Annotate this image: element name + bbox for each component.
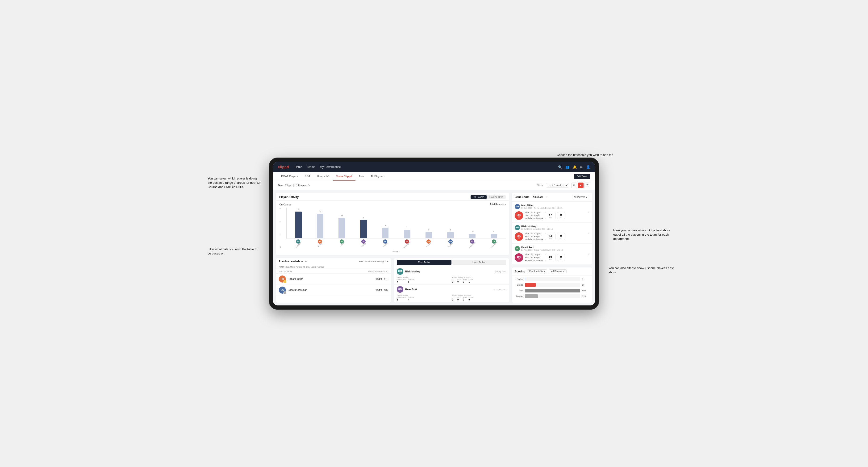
annotation-player-select: You can select which player is doing the… [208, 177, 262, 189]
lb-row[interactable]: EC 2 Edward Crossman 18/20 107 [276, 285, 391, 296]
shot-card-1[interactable]: MM Matt Miller 09 Jun 2023 · Royal North… [512, 201, 592, 223]
bar-chart: 1312109543322 [286, 208, 506, 239]
bar[interactable]: 9 [360, 220, 367, 238]
nav-home[interactable]: Home [294, 164, 302, 169]
top-nav: clippd Home Teams My Performance 🔍 👥 🔔 ⊕… [273, 162, 595, 172]
most-active-btn[interactable]: Most Active [397, 260, 452, 265]
user-icon[interactable]: 👤 [586, 165, 590, 169]
bar-group: 10 [331, 208, 352, 238]
chevron-down-icon: ▾ [546, 196, 548, 198]
chart-dropdown[interactable]: Total Rounds ▾ [490, 203, 506, 206]
rank-badge-1: 1 [283, 280, 286, 283]
tab-all-players[interactable]: All Players [367, 172, 386, 181]
plus-icon[interactable]: ⊕ [580, 165, 583, 169]
apc-header-2: RB Rees Britt 02 Sep 2023 [397, 286, 506, 293]
table-view-btn[interactable]: ☰ [585, 183, 590, 188]
shot-avatar-1: MM [515, 204, 520, 209]
shot-details-1: Shot Dist: 67 yds Start Lie: Rough End L… [525, 211, 543, 220]
x-label: BMB. McHarg [287, 239, 309, 246]
active-player-card-2: RB Rees Britt 02 Sep 2023 Total Rounds [394, 285, 509, 303]
shot-metrics-3: 16 yds 0 yds [545, 254, 565, 261]
most-active-panel: Most Active Least Active BM Blair McHarg [394, 258, 509, 303]
lb-col-headers: PLAYER NAME PB SCORE PB AVG SQ [276, 269, 391, 274]
practice-drills-btn[interactable]: Practice Drills [487, 195, 506, 199]
users-icon[interactable]: 👥 [565, 165, 569, 169]
bar[interactable]: 3 [447, 232, 454, 238]
shot-details-2: Shot Dist: 43 yds Start Lie: Rough End L… [525, 232, 543, 241]
nav-teams[interactable]: Teams [307, 164, 315, 169]
tablet-frame: clippd Home Teams My Performance 🔍 👥 🔔 ⊕… [269, 158, 599, 310]
chart-sub-header: On Course Total Rounds ▾ [279, 203, 506, 206]
sub-nav: PGAT Players PGA Hcaps 1-5 Team Clippd T… [273, 172, 595, 181]
apc-player-2: RB Rees Britt [397, 286, 417, 293]
x-label: RBR. Britt [309, 239, 331, 246]
bs-header: Best Shots All Shots ▾ All Players ▾ [512, 193, 592, 201]
bar[interactable]: 13 [295, 212, 302, 238]
nav-performance[interactable]: My Performance [320, 164, 341, 169]
bell-icon[interactable]: 🔔 [573, 165, 577, 169]
nav-links: Home Teams My Performance [294, 164, 552, 169]
score-row-pars: Pars 499 [515, 289, 589, 292]
eagles-bar [525, 277, 525, 281]
lb-row[interactable]: RB 1 Richard Butler 19/20 110 [276, 274, 391, 285]
shot-badge-2: 200 SG [515, 232, 523, 241]
bar-group: 9 [352, 208, 374, 238]
bar[interactable]: 4 [404, 230, 410, 238]
right-column: Best Shots All Shots ▾ All Players ▾ [512, 193, 592, 303]
panel-header: Player Activity On Course Practice Drill… [276, 193, 509, 201]
view-icons: ⊞ ♥ ☰ [571, 183, 590, 188]
rank-badge-2: 2 [283, 291, 286, 294]
bar-group: 5 [374, 208, 396, 238]
shot-card-2[interactable]: BM Blair McHarg 23 Jul 2023 · Ashridge G… [512, 223, 592, 244]
toggle-group: On Course Practice Drills [470, 195, 506, 199]
bar[interactable]: 2 [491, 234, 497, 238]
nav-icons: 🔍 👥 🔔 ⊕ 👤 [558, 165, 590, 169]
pars-bar-wrap [525, 289, 580, 292]
time-filter-select[interactable]: Last 3 months [546, 183, 569, 187]
on-course-btn[interactable]: On Course [470, 195, 487, 199]
bar-group: 3 [440, 208, 461, 238]
scoring-filter-1[interactable]: Par 3, 4 & 5s ▾ [527, 269, 547, 273]
tab-hcaps[interactable]: Hcaps 1-5 [314, 172, 333, 181]
y-axis: 15 10 5 0 [279, 208, 282, 248]
search-icon[interactable]: 🔍 [558, 165, 562, 169]
shot-metrics-1: 67 yds 0 yds [545, 212, 565, 219]
sc-header: Scoring Par 3, 4 & 5s ▾ All Players ▾ [512, 268, 592, 276]
grid-view-btn[interactable]: ⊞ [571, 183, 577, 188]
shot-card-3[interactable]: DF David Ford 24 Aug 2023 · Royal North … [512, 244, 592, 264]
bar-group: 3 [418, 208, 440, 238]
tab-tour[interactable]: Tour [355, 172, 367, 181]
bar[interactable]: 10 [338, 218, 345, 238]
shot-badge-1: 200 SG [515, 211, 523, 220]
score-row-bogeys: Bogeys 115 [515, 294, 589, 298]
tab-pgat[interactable]: PGAT Players [278, 172, 302, 181]
tab-pga[interactable]: PGA [302, 172, 314, 181]
shot-player-header-2: BM Blair McHarg 23 Jul 2023 · Ashridge G… [515, 225, 586, 230]
bar-group: 13 [287, 208, 309, 238]
chevron-down-icon: ▾ [387, 260, 388, 262]
edit-icon[interactable]: ✎ [308, 184, 310, 187]
bar[interactable]: 12 [317, 214, 323, 238]
score-row-birdies: Birdies 96 [515, 283, 589, 287]
least-active-btn[interactable]: Least Active [452, 260, 506, 265]
shot-avatar-3: DF [515, 246, 520, 251]
x-label: JCJ. Coles [352, 239, 374, 246]
leaderboard-panel: Practice Leaderboards PUTT Must Make Put… [276, 258, 391, 303]
bar[interactable]: 2 [469, 234, 475, 238]
all-players-dropdown[interactable]: All Players ▾ [572, 195, 589, 199]
shot-details-3: Shot Dist: 16 yds Start Lie: Rough End L… [525, 253, 543, 262]
shot-player-header-3: DF David Ford 24 Aug 2023 · Royal North … [515, 246, 586, 251]
all-shots-tab[interactable]: All Shots [531, 195, 545, 199]
lb-filter-dropdown[interactable]: PUTT Must Make Putting ... ▾ [359, 260, 388, 262]
x-label: LRL. Robertson [483, 239, 505, 246]
list-view-btn[interactable]: ♥ [578, 183, 584, 188]
bar[interactable]: 3 [426, 232, 432, 238]
chevron-right-icon: › [588, 252, 589, 256]
tab-team-clippd[interactable]: Team Clippd [333, 172, 355, 181]
chevron-down-icon: ▾ [586, 196, 587, 198]
chevron-right-icon: › [588, 210, 589, 214]
add-team-button[interactable]: Add Team [574, 174, 590, 179]
bar[interactable]: 5 [382, 228, 389, 238]
scoring-filter-2[interactable]: All Players ▾ [549, 269, 566, 273]
shot-badge-3: 198 SG [515, 253, 523, 262]
